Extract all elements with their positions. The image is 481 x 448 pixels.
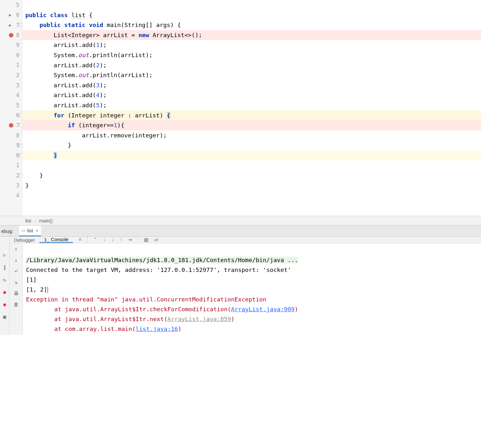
wrap-icon[interactable]: ⤶ (14, 268, 18, 274)
line-number: 5 (16, 2, 19, 8)
evaluate-icon[interactable]: ▦ (144, 237, 148, 243)
scroll-icon[interactable]: ⇲ (15, 279, 18, 285)
threads-icon[interactable]: ≡ (79, 237, 82, 243)
stdout: [1, 2] (26, 286, 47, 293)
console-output[interactable]: /Library/Java/JavaVirtualMachines/jdk1.8… (23, 243, 481, 335)
gutter[interactable]: 5 ▶6 ▶7− 8 9 0 1 2 3 4 5 6− 7− 8 9⌃ 0💡⌃ … (0, 0, 22, 216)
debug-tabs: Debugger ❯_Console ≡ ⌃ ↓ ↓ ↑ ⇥ ▦ ⇄ (10, 237, 481, 243)
breadcrumb-item[interactable]: main() (39, 218, 53, 223)
line-number: 2 (16, 72, 19, 78)
stacktrace-link[interactable]: list.java:16 (135, 326, 178, 332)
application-icon: ▭ (22, 228, 25, 233)
line-number: 8 (16, 32, 19, 38)
fold-close-icon[interactable]: ⌃ (19, 174, 23, 177)
breakpoint-icon[interactable] (9, 33, 13, 37)
breakpoint-icon[interactable] (9, 123, 13, 128)
console-icon: ❯_ (44, 237, 49, 242)
debug-config-tab[interactable]: ▭ list × (19, 226, 41, 236)
step-out-icon[interactable]: ↑ (120, 237, 122, 243)
close-icon[interactable]: × (36, 228, 38, 233)
line-number: 5 (16, 102, 19, 109)
code-editor[interactable]: 5 ▶6 ▶7− 8 9 0 1 2 3 4 5 6− 7− 8 9⌃ 0💡⌃ … (0, 0, 481, 216)
line-number: 9 (16, 42, 19, 48)
code-content[interactable]: public class list { public static void m… (22, 0, 481, 216)
debug-header: ebug: ▭ list × (0, 225, 481, 237)
debug-label: ebug: (1, 228, 19, 234)
force-step-into-icon[interactable]: ↓ (111, 237, 114, 243)
chevron-right-icon: › (34, 218, 36, 223)
settings-icon[interactable]: ⇄ (154, 237, 158, 243)
fold-icon[interactable]: − (19, 123, 23, 127)
fold-close-icon[interactable]: ⌃ (19, 144, 23, 147)
console-toolbar: ↑ ↓ ⤶ ⇲ 🖶 🗑 (10, 243, 23, 335)
line-number: 6 (16, 12, 19, 18)
breakpoints-icon[interactable]: ◉ (3, 301, 6, 307)
java-command: /Library/Java/JavaVirtualMachines/jdk1.8… (26, 257, 298, 263)
resume-icon[interactable]: ▷ (3, 252, 6, 258)
stop-icon[interactable]: ◉ (3, 289, 6, 295)
fold-icon[interactable]: − (19, 114, 23, 117)
fold-close-icon[interactable]: ⌃ (19, 154, 23, 157)
debug-tab-label: list (27, 228, 33, 233)
connect-msg: Connected to the target VM, address: '12… (26, 267, 291, 273)
run-icon[interactable]: ▶ (9, 23, 11, 28)
line-number: 0 (16, 52, 19, 58)
print-icon[interactable]: 🖶 (14, 290, 19, 296)
line-number: 1 (16, 62, 19, 68)
stacktrace-link[interactable]: ArrayList.java:859 (168, 316, 231, 322)
stacktrace-link[interactable]: ArrayList.java:909 (231, 306, 294, 313)
line-number: 8 (16, 132, 19, 139)
up-icon[interactable]: ↑ (15, 246, 18, 252)
trash-icon[interactable]: 🗑 (14, 301, 19, 307)
exception-header: Exception in thread "main" java.util.Con… (26, 296, 266, 303)
line-number: 3 (16, 82, 19, 89)
breadcrumb-item[interactable]: list (25, 218, 31, 223)
stdout: [1] (26, 276, 36, 283)
camera-icon[interactable]: ▣ (3, 314, 6, 320)
fold-icon[interactable]: − (19, 23, 23, 27)
line-number: 1 (16, 162, 19, 168)
step-into-icon[interactable]: ↓ (103, 237, 106, 243)
breadcrumb[interactable]: list › main() (0, 216, 481, 225)
pause-icon[interactable]: ∥ (3, 264, 6, 270)
run-to-cursor-icon[interactable]: ⇥ (128, 237, 132, 243)
run-icon[interactable]: ▶ (9, 12, 11, 17)
tab-console[interactable]: ❯_Console (39, 237, 73, 243)
step-over-icon[interactable]: ⌃ (93, 237, 97, 243)
line-number: 4 (16, 192, 19, 199)
line-number: 4 (16, 92, 19, 98)
debug-side-toolbar: ▷ ∥ ↻ ◉ ◉ ▣ (0, 237, 10, 335)
line-number: 3 (16, 182, 19, 188)
tab-debugger[interactable]: Debugger (10, 237, 39, 243)
down-icon[interactable]: ↓ (15, 257, 18, 263)
restart-icon[interactable]: ↻ (3, 277, 6, 283)
